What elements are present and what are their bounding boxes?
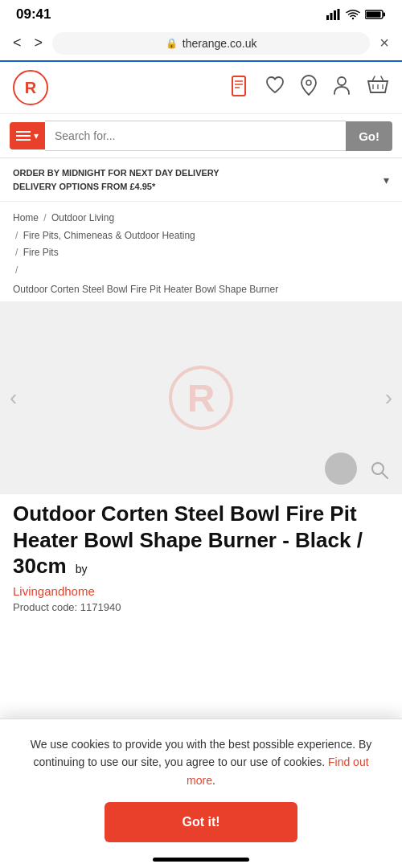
svg-point-13 bbox=[338, 77, 346, 85]
close-button[interactable]: × bbox=[376, 31, 392, 55]
svg-rect-6 bbox=[384, 13, 386, 17]
breadcrumb-separator-3: / bbox=[15, 247, 21, 258]
watermark-logo: R bbox=[169, 366, 233, 430]
svg-rect-3 bbox=[338, 9, 340, 20]
breadcrumb-separator-1: / bbox=[43, 212, 49, 223]
cookie-banner: We use cookies to provide you with the b… bbox=[0, 719, 402, 868]
carousel-next-button[interactable]: › bbox=[379, 379, 399, 417]
home-bar bbox=[153, 858, 249, 862]
signal-icon bbox=[326, 9, 341, 20]
carousel-prev-button[interactable]: ‹ bbox=[3, 379, 23, 417]
delivery-banner: ORDER BY MIDNIGHT FOR NEXT DAY DELIVERY … bbox=[0, 158, 402, 202]
svg-rect-8 bbox=[232, 76, 245, 96]
wifi-icon bbox=[346, 9, 360, 20]
cookie-text: We use cookies to provide you with the b… bbox=[19, 735, 383, 789]
brand-link[interactable]: Livingandhome bbox=[13, 584, 389, 598]
delivery-text: ORDER BY MIDNIGHT FOR NEXT DAY DELIVERY … bbox=[13, 166, 219, 193]
product-image-area: R ‹ › bbox=[0, 301, 402, 494]
breadcrumb-fire-pits-category[interactable]: Fire Pits, Chimeneas & Outdoor Heating bbox=[23, 230, 195, 241]
breadcrumb: Home / Outdoor Living / Fire Pits, Chime… bbox=[0, 202, 402, 282]
svg-rect-1 bbox=[330, 13, 333, 20]
search-bar: ▾ Go! bbox=[0, 114, 402, 158]
breadcrumb-separator-4: / bbox=[15, 264, 18, 276]
go-button[interactable]: Go! bbox=[346, 121, 392, 151]
by-label: by bbox=[76, 563, 88, 575]
back-button[interactable]: < bbox=[10, 31, 25, 55]
search-input[interactable] bbox=[45, 121, 346, 151]
got-it-button[interactable]: Got it! bbox=[105, 802, 297, 842]
breadcrumb-outdoor-living[interactable]: Outdoor Living bbox=[51, 212, 114, 223]
site-logo[interactable]: R bbox=[13, 70, 48, 105]
product-title-area: Outdoor Corten Steel Bowl Fire Pit Heate… bbox=[0, 494, 402, 616]
browser-bar: < > 🔒 therange.co.uk × bbox=[0, 26, 402, 62]
address-bar[interactable]: 🔒 therange.co.uk bbox=[52, 32, 370, 55]
hamburger-icon bbox=[16, 131, 31, 141]
status-bar: 09:41 bbox=[0, 0, 402, 26]
location-icon[interactable] bbox=[301, 75, 317, 100]
forward-button[interactable]: > bbox=[31, 31, 47, 55]
menu-button[interactable]: ▾ bbox=[10, 122, 45, 149]
deals-icon[interactable] bbox=[232, 76, 249, 100]
delivery-line1: ORDER BY MIDNIGHT FOR NEXT DAY DELIVERY bbox=[13, 166, 219, 180]
account-icon[interactable] bbox=[333, 75, 351, 100]
delivery-chevron-icon[interactable]: ▾ bbox=[384, 174, 389, 186]
find-out-more-link[interactable]: Find out more bbox=[187, 755, 368, 786]
basket-icon[interactable] bbox=[367, 75, 389, 100]
battery-icon bbox=[365, 9, 386, 20]
status-icons bbox=[326, 9, 386, 20]
breadcrumb-separator-2: / bbox=[15, 230, 21, 241]
lock-icon: 🔒 bbox=[166, 38, 178, 49]
svg-point-12 bbox=[306, 80, 311, 85]
status-time: 09:41 bbox=[16, 6, 51, 23]
svg-rect-7 bbox=[367, 12, 381, 18]
breadcrumb-home[interactable]: Home bbox=[13, 212, 39, 223]
svg-rect-0 bbox=[326, 15, 329, 20]
header-icons bbox=[232, 75, 389, 100]
product-code-value: 1171940 bbox=[80, 601, 121, 613]
product-code: Product code: 1171940 bbox=[13, 601, 389, 613]
product-title-text: Outdoor Corten Steel Bowl Fire Pit Heate… bbox=[13, 502, 363, 578]
product-breadcrumb-name: Outdoor Corten Steel Bowl Fire Pit Heate… bbox=[0, 282, 402, 301]
delivery-line2: DELIVERY OPTIONS FROM £4.95* bbox=[13, 180, 219, 194]
zoom-icon[interactable] bbox=[370, 461, 389, 485]
site-header: R bbox=[0, 62, 402, 114]
svg-point-4 bbox=[352, 18, 354, 19]
product-title: Outdoor Corten Steel Bowl Fire Pit Heate… bbox=[13, 501, 389, 579]
chevron-down-icon: ▾ bbox=[34, 130, 39, 141]
wishlist-icon[interactable] bbox=[265, 76, 285, 99]
svg-rect-2 bbox=[334, 10, 336, 20]
svg-line-18 bbox=[383, 473, 388, 479]
product-code-label: Product code: bbox=[13, 601, 77, 613]
url-text: therange.co.uk bbox=[183, 37, 257, 50]
breadcrumb-fire-pits[interactable]: Fire Pits bbox=[23, 247, 59, 258]
